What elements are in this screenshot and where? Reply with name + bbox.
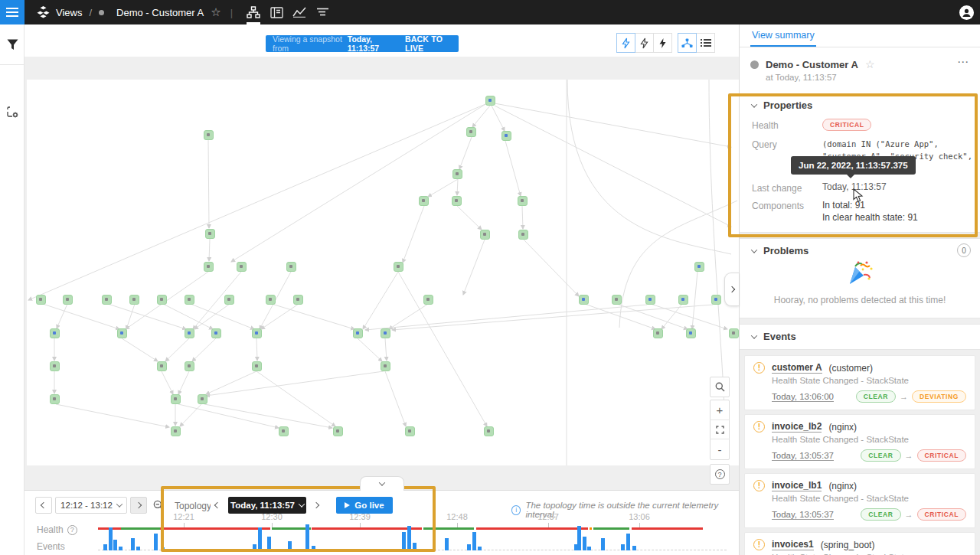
topology-node[interactable]: [645, 295, 655, 305]
properties-section-header[interactable]: Properties: [752, 100, 968, 111]
hamburger-menu-button[interactable]: [0, 0, 24, 24]
topology-canvas[interactable]: + - ?: [24, 57, 739, 490]
breadcrumb-views[interactable]: Views: [56, 7, 82, 18]
event-element-link[interactable]: invoices1: [772, 539, 814, 550]
topology-node[interactable]: [381, 328, 390, 338]
bolt-outline-button[interactable]: [635, 33, 654, 53]
topology-node[interactable]: [198, 394, 207, 404]
topology-node[interactable]: [678, 295, 688, 305]
topology-node[interactable]: [405, 426, 415, 436]
topology-node[interactable]: [36, 295, 46, 305]
fit-to-screen-button[interactable]: [710, 420, 730, 440]
topology-node[interactable]: [279, 426, 289, 436]
topology-node[interactable]: [204, 262, 214, 272]
topology-node[interactable]: [266, 295, 276, 305]
back-to-live-button[interactable]: BACK TO LIVE: [405, 34, 452, 53]
topology-time-next-button[interactable]: [309, 497, 323, 514]
view-menu-button[interactable]: ⋯: [957, 55, 969, 69]
nav-topology-icon[interactable]: [242, 0, 265, 24]
topology-node[interactable]: [579, 295, 589, 305]
nav-traces-icon[interactable]: [311, 0, 334, 24]
topology-node[interactable]: [353, 328, 363, 338]
topology-node[interactable]: [686, 328, 696, 338]
topology-node[interactable]: [211, 328, 221, 338]
topology-time-dropdown[interactable]: Today, 11:13:57: [228, 497, 306, 514]
bolt-filled-button[interactable]: [653, 33, 672, 53]
events-section-header[interactable]: Events: [752, 331, 968, 342]
topology-node[interactable]: [466, 127, 476, 137]
time-range-dropdown[interactable]: 12:12 - 13:12: [55, 497, 127, 514]
topology-node[interactable]: [452, 169, 462, 179]
topology-node[interactable]: [50, 328, 60, 338]
topology-node[interactable]: [117, 328, 127, 338]
topology-node[interactable]: [381, 361, 390, 371]
topology-node[interactable]: [694, 262, 704, 272]
timeline-collapse-tab[interactable]: [360, 476, 404, 491]
topology-node[interactable]: [252, 328, 262, 338]
topology-node[interactable]: [204, 130, 214, 140]
topology-node[interactable]: [50, 361, 60, 371]
filter-button[interactable]: [0, 24, 24, 65]
event-element-link[interactable]: invoice_lb2: [772, 421, 822, 433]
topology-node[interactable]: [129, 295, 139, 305]
breadcrumb-view-name[interactable]: Demo - Customer A: [116, 7, 204, 18]
topology-node[interactable]: [653, 328, 663, 338]
tab-view-summary[interactable]: View summary: [750, 24, 816, 47]
topology-node[interactable]: [518, 196, 528, 206]
event-element-link[interactable]: invoice_lb1: [772, 480, 822, 491]
topology-node[interactable]: [612, 295, 622, 305]
topology-view-button[interactable]: [678, 33, 697, 53]
favorite-star-icon[interactable]: ☆: [211, 5, 220, 19]
topology-node[interactable]: [293, 295, 303, 305]
view-settings-button[interactable]: [0, 96, 24, 128]
topology-node[interactable]: [102, 295, 112, 305]
topology-node[interactable]: [224, 295, 234, 305]
topology-node[interactable]: [185, 295, 194, 305]
topology-node[interactable]: [63, 295, 73, 305]
topology-node[interactable]: [333, 426, 343, 436]
health-help-icon[interactable]: ?: [67, 525, 77, 535]
topology-node[interactable]: [480, 230, 490, 240]
nav-panel-icon[interactable]: [265, 0, 288, 24]
topology-node[interactable]: [518, 230, 528, 240]
timeline-zoom-out-button[interactable]: [150, 497, 167, 514]
expand-drawer-tab[interactable]: [724, 273, 739, 306]
topology-node[interactable]: [452, 196, 462, 206]
event-time-link[interactable]: Today, 13:06:00: [772, 392, 834, 402]
user-avatar[interactable]: [959, 5, 974, 20]
topology-node[interactable]: [205, 229, 215, 239]
topology-node[interactable]: [501, 131, 511, 141]
topology-time-prev-button[interactable]: [211, 497, 224, 514]
go-live-button[interactable]: Go live: [336, 497, 393, 514]
range-next-button[interactable]: [130, 497, 147, 514]
list-view-button[interactable]: [696, 33, 715, 53]
event-time-link[interactable]: Today, 13:05:37: [772, 510, 834, 520]
topology-node[interactable]: [485, 96, 495, 106]
topology-node[interactable]: [237, 262, 247, 272]
topology-node[interactable]: [286, 262, 296, 272]
topology-node[interactable]: [729, 328, 739, 338]
topology-node[interactable]: [394, 262, 403, 272]
range-prev-button[interactable]: [35, 497, 52, 514]
zoom-out-button[interactable]: -: [710, 439, 730, 459]
topology-node[interactable]: [419, 196, 429, 206]
topology-node[interactable]: [50, 394, 60, 404]
topology-node[interactable]: [171, 426, 181, 436]
topology-node[interactable]: [157, 361, 167, 371]
topology-node[interactable]: [157, 295, 167, 305]
search-zoom-button[interactable]: [710, 377, 730, 397]
topology-node[interactable]: [185, 328, 194, 338]
topology-node[interactable]: [171, 394, 181, 404]
event-element-link[interactable]: customer A: [772, 362, 822, 374]
topology-node[interactable]: [484, 426, 494, 436]
zoom-in-button[interactable]: +: [710, 400, 730, 420]
topology-node[interactable]: [423, 295, 433, 305]
view-star-icon[interactable]: ☆: [865, 58, 875, 70]
topology-node[interactable]: [711, 295, 721, 305]
nav-telemetry-icon[interactable]: [288, 0, 311, 24]
topology-node[interactable]: [185, 361, 194, 371]
problems-section-header[interactable]: Problems: [752, 245, 968, 256]
bolt-outline-blue-button[interactable]: [616, 33, 635, 53]
help-button[interactable]: ?: [710, 465, 730, 484]
event-time-link[interactable]: Today, 13:05:37: [772, 451, 834, 461]
